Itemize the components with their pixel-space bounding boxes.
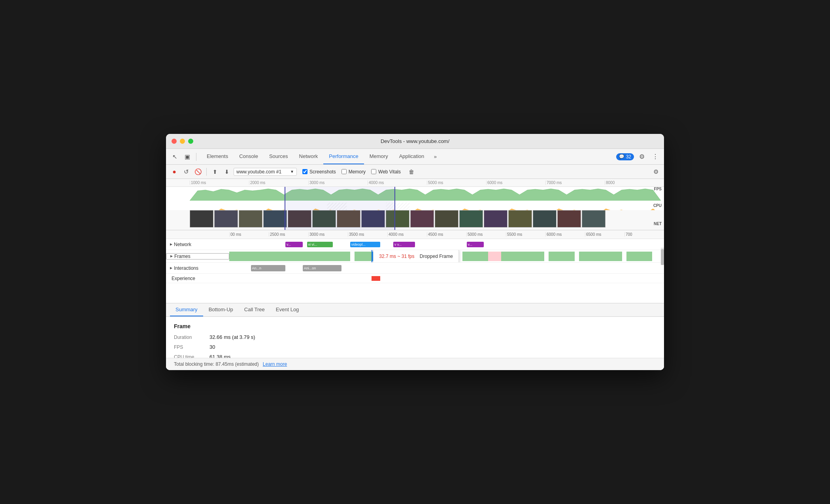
net-item-4-label: v...: [468, 243, 472, 246]
selection-overlay: [285, 187, 395, 230]
screenshot-thumb: [582, 210, 606, 228]
clear-button[interactable]: 🚫: [193, 167, 203, 177]
badge-icon: 💬: [619, 154, 624, 159]
network-expand-arrow: ▶: [170, 243, 172, 246]
tab-console[interactable]: Console: [234, 149, 264, 164]
fps-row: FPS 30: [174, 344, 656, 350]
badge-number: 32: [626, 154, 631, 160]
window-controls: [172, 139, 193, 144]
tab-application[interactable]: Application: [394, 149, 430, 164]
net-item-1-label: vi vi...: [308, 243, 317, 246]
frames-track-label[interactable]: ▶ Frames: [166, 253, 229, 260]
interactions-expand-arrow: ▶: [170, 266, 172, 270]
minimize-button[interactable]: [180, 139, 185, 144]
interaction-item-1[interactable]: Ani...on: [303, 265, 341, 271]
ruler-ticks-row: 1000 ms 2000 ms 3000 ms 4000 ms 5000 ms …: [190, 181, 664, 185]
blocking-time-text: Total blocking time: 87.45ms (estimated): [174, 361, 259, 367]
perf-toolbar: ● ↺ 🚫 ⬆ ⬇ www.youtube.com #1 ▼ Screensho…: [166, 165, 664, 179]
titlebar: DevTools - www.youtube.com/: [166, 134, 664, 149]
nav-tabs: Elements Console Sources Network Perform…: [201, 149, 615, 164]
cursor-icon[interactable]: ↖: [169, 151, 180, 162]
delete-recording-button[interactable]: 🗑: [406, 167, 417, 177]
settings-button[interactable]: ⚙: [636, 151, 647, 162]
frames-track-row: ▶ Frames: [166, 250, 664, 263]
device-icon[interactable]: ▣: [182, 151, 193, 162]
tab-bottom-up[interactable]: Bottom-Up: [203, 303, 239, 316]
web-vitals-checkbox-label[interactable]: Web Vitals: [371, 169, 401, 175]
tick-7000: 7000 ms: [545, 181, 605, 185]
net-item-0-label: v...: [287, 243, 291, 246]
network-track-label[interactable]: ▶ Network: [166, 242, 229, 247]
frames-normal-7: [549, 252, 575, 261]
tab-summary[interactable]: Summary: [170, 303, 203, 316]
overview-canvas: 1000 ms 2000 ms 3000 ms 4000 ms 5000 ms …: [166, 179, 664, 230]
upload-button[interactable]: ⬆: [210, 167, 220, 177]
close-button[interactable]: [172, 139, 177, 144]
net-item-1[interactable]: vi vi...: [307, 242, 333, 247]
web-vitals-checkbox[interactable]: [371, 169, 376, 174]
net-item-2-label: videopl...: [351, 243, 366, 246]
frames-normal-2: [355, 252, 372, 261]
frames-expand-arrow: ▶: [170, 254, 173, 258]
tooltip-space: [416, 254, 419, 259]
net-item-0[interactable]: v...: [285, 242, 303, 247]
badge-count: 💬 32: [616, 153, 634, 160]
tick-4000: 4000 ms: [368, 181, 427, 185]
summary-title: Frame: [174, 323, 656, 329]
interactions-track-label[interactable]: ▶ Interactions: [166, 265, 229, 271]
tick-6000: 6000 ms: [545, 232, 585, 237]
screenshot-thumb: [557, 210, 581, 228]
memory-checkbox-label[interactable]: Memory: [341, 169, 366, 175]
experience-track-row: Experience: [166, 274, 664, 283]
memory-checkbox[interactable]: [341, 169, 347, 174]
timeline-vline: [372, 250, 372, 262]
tab-performance[interactable]: Performance: [323, 149, 364, 164]
screenshots-checkbox-label[interactable]: Screenshots: [302, 169, 336, 175]
tick-00: 00 ms: [229, 232, 269, 237]
net-item-3[interactable]: v v...: [393, 242, 415, 247]
tick-4500: 4500 ms: [427, 232, 466, 237]
tick-5500: 5500 ms: [506, 232, 545, 237]
url-selector[interactable]: www.youtube.com #1 ▼: [234, 168, 297, 176]
net-item-2[interactable]: videopl...: [350, 242, 380, 247]
tab-elements[interactable]: Elements: [201, 149, 234, 164]
perf-settings-button[interactable]: ⚙: [651, 167, 661, 177]
overview-area: 1000 ms 2000 ms 3000 ms 4000 ms 5000 ms …: [166, 179, 664, 230]
tab-event-log[interactable]: Event Log: [270, 303, 305, 316]
tick-5000: 5000 ms: [466, 232, 506, 237]
reload-button[interactable]: ↺: [181, 167, 191, 177]
fps-value: 30: [209, 344, 215, 350]
summary-panel: Frame Duration 32.66 ms (at 3.79 s) FPS …: [166, 317, 664, 370]
interactions-track-content: An...n Ani...on: [229, 263, 661, 273]
tab-memory[interactable]: Memory: [364, 149, 394, 164]
download-button[interactable]: ⬇: [222, 167, 232, 177]
frames-track-title: Frames: [174, 254, 191, 259]
net-item-4[interactable]: v...: [467, 242, 484, 247]
maximize-button[interactable]: [188, 139, 193, 144]
tick-5000: 5000 ms: [427, 181, 486, 185]
more-options-button[interactable]: ⋮: [650, 151, 661, 162]
web-vitals-label: Web Vitals: [378, 169, 401, 175]
more-tabs-button[interactable]: »: [430, 151, 441, 162]
learn-more-link[interactable]: Learn more: [263, 361, 287, 367]
timeline-details: 00 ms 2500 ms 3000 ms 3500 ms 4000 ms 45…: [166, 230, 664, 303]
network-track-content: v... vi vi... videopl... v v... v...: [229, 239, 661, 250]
interactions-track-title: Interactions: [174, 265, 198, 271]
frames-normal-5: [462, 252, 489, 261]
record-button[interactable]: ●: [169, 167, 179, 177]
overview-ruler: 1000 ms 2000 ms 3000 ms 4000 ms 5000 ms …: [166, 179, 664, 187]
experience-track-content: [229, 274, 661, 283]
duration-row: Duration 32.66 ms (at 3.79 s): [174, 334, 656, 340]
experience-track-title: Experience: [172, 276, 195, 281]
tab-call-tree[interactable]: Call Tree: [239, 303, 270, 316]
screenshot-thumb: [214, 210, 238, 228]
tick-8000: 8000: [605, 181, 664, 185]
fps-chart: [190, 187, 661, 203]
tab-network[interactable]: Network: [294, 149, 324, 164]
interaction-item-0[interactable]: An...n: [251, 265, 285, 271]
frames-normal-9: [626, 252, 653, 261]
screenshots-checkbox[interactable]: [302, 169, 307, 174]
tab-sources[interactable]: Sources: [264, 149, 294, 164]
tick-6500: 6500 ms: [585, 232, 624, 237]
frames-dropped-2: [488, 252, 501, 261]
